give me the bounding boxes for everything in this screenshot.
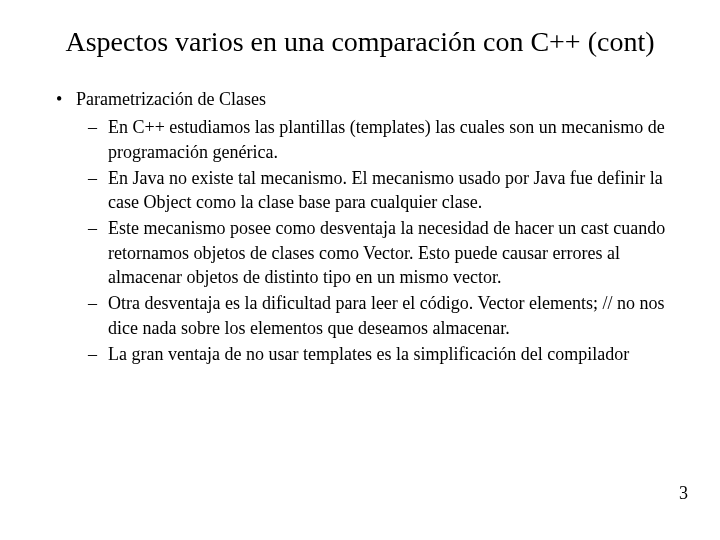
top-bullet-list: Parametrización de Clases En C++ estudia… [48,87,672,366]
sub-bullet-item: En Java no existe tal mecanismo. El meca… [76,166,672,215]
sub-bullet-item: Este mecanismo posee como desventaja la … [76,216,672,289]
sub-bullet-list: En C++ estudiamos las plantillas (templa… [76,115,672,366]
sub-bullet-item: En C++ estudiamos las plantillas (templa… [76,115,672,164]
page-number: 3 [679,483,688,504]
slide-title: Aspectos varios en una comparación con C… [48,24,672,59]
sub-bullet-item: Otra desventaja es la dificultad para le… [76,291,672,340]
bullet-heading: Parametrización de Clases [76,89,266,109]
sub-bullet-item: La gran ventaja de no usar templates es … [76,342,672,366]
bullet-item: Parametrización de Clases En C++ estudia… [48,87,672,366]
